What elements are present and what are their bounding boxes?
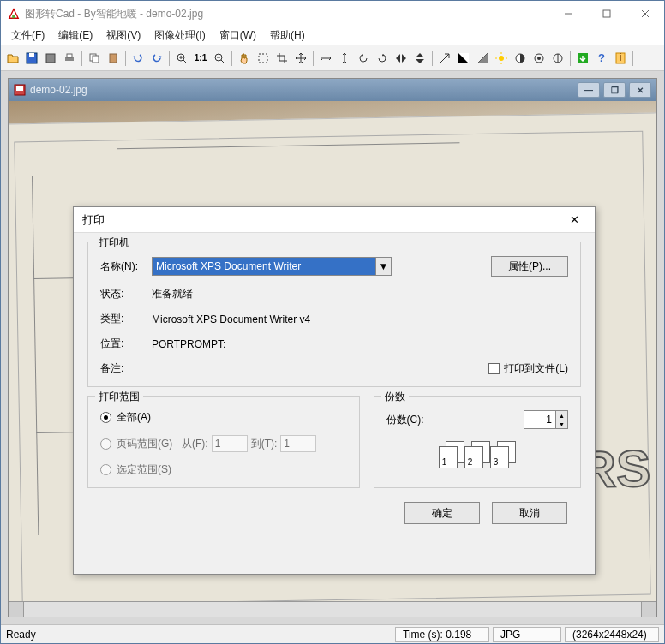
svg-point-24 [499,56,504,61]
mdi-client-area: demo-02.jpg — ❐ ✕ RS [1,71,664,624]
range-from-label: 从(F): [182,437,208,451]
printer-group: 打印机 名称(N): ▼ 属性(P)... 状态:准备就绪 类型:Microso… [87,242,581,387]
range-to-label: 到(T): [251,437,278,451]
zoom-in-icon[interactable] [173,50,190,67]
range-selection-label: 选定范围(S) [117,462,171,477]
copies-spinner[interactable]: ▲▼ [524,410,568,429]
grayscale-icon[interactable] [474,50,491,67]
resize-v-icon[interactable] [336,50,353,67]
range-from-input[interactable] [212,435,248,452]
window-close-button[interactable] [626,2,664,26]
menu-view[interactable]: 视图(V) [99,27,147,45]
type-label: 类型: [100,312,152,326]
child-minimize-button[interactable]: — [578,82,600,98]
combo-dropdown-button[interactable]: ▼ [376,257,392,276]
svg-text:i: i [620,51,622,63]
zoom-out-icon[interactable] [211,50,228,67]
range-all-label: 全部(A) [117,410,151,425]
print-icon[interactable] [61,50,78,67]
gamma-icon[interactable] [530,50,548,67]
range-to-input[interactable] [280,435,316,452]
flip-h-icon[interactable] [392,50,410,67]
hue-icon[interactable] [549,50,566,67]
print-range-label: 打印范围 [95,390,143,404]
window-titlebar: 图形转Cad - By智能地暖 - demo-02.jpg [1,1,664,27]
zoom-actual-icon[interactable]: 1:1 [192,50,209,67]
range-pages-radio[interactable] [100,438,111,450]
resize-h-icon[interactable] [317,50,334,67]
svg-rect-12 [110,54,117,63]
contrast-icon[interactable] [512,50,529,67]
spin-up-button[interactable]: ▲ [556,411,567,420]
printer-name-input[interactable] [152,257,376,276]
menu-window[interactable]: 窗口(W) [213,27,263,45]
open-icon[interactable] [4,50,21,67]
status-format: JPG [493,627,561,642]
image-file-icon [14,84,26,96]
child-maximize-button[interactable]: ❐ [603,82,626,98]
child-window-titlebar: demo-02.jpg — ❐ ✕ [9,79,656,101]
window-maximize-button[interactable] [587,2,626,26]
svg-rect-20 [259,54,267,63]
printer-group-label: 打印机 [95,236,133,250]
print-dialog-title: 打印 [82,212,562,228]
scroll-right-button[interactable] [641,602,656,617]
scroll-track[interactable] [24,602,641,617]
menu-edit[interactable]: 编辑(E) [51,27,99,45]
window-title: 图形转Cad - By智能地暖 - demo-02.jpg [25,7,548,21]
where-value: PORTPROMPT: [152,338,568,350]
menu-help[interactable]: 帮助(H) [263,27,312,45]
move-icon[interactable] [292,50,309,67]
rotate-left-icon[interactable] [355,50,372,67]
menu-bar: 文件(F) 编辑(E) 视图(V) 图像处理(I) 窗口(W) 帮助(H) [1,27,664,45]
print-dialog-titlebar: 打印 ✕ [74,207,595,233]
svg-rect-0 [12,15,15,19]
undo-icon[interactable] [129,50,147,67]
printer-name-combo[interactable]: ▼ [152,257,392,276]
svg-rect-9 [67,54,72,57]
range-selection-radio[interactable] [100,464,111,475]
range-all-radio[interactable] [100,412,111,423]
flip-v-icon[interactable] [411,50,428,67]
copies-label: 份数(C): [386,413,524,427]
properties-button[interactable]: 属性(P)... [491,256,568,277]
copies-group-label: 份数 [381,390,409,404]
copies-group: 份数 份数(C): ▲▼ 11 22 33 [374,396,582,488]
menu-file[interactable]: 文件(F) [4,27,51,45]
paste-icon[interactable] [105,50,122,67]
status-time: Time (s): 0.198 [395,627,489,642]
where-label: 位置: [100,337,152,351]
select-icon[interactable] [255,50,272,67]
info-icon[interactable]: i [612,50,629,67]
redo-icon[interactable] [148,50,165,67]
print-to-file-checkbox[interactable] [488,363,500,374]
copy-icon[interactable] [86,50,103,67]
save-icon[interactable] [23,50,40,67]
disk-icon[interactable] [42,50,59,67]
run-icon[interactable] [574,50,591,67]
brightness-icon[interactable] [493,50,510,67]
window-minimize-button[interactable] [548,2,587,26]
ok-button[interactable]: 确定 [404,502,480,524]
hand-icon[interactable] [236,50,253,67]
copies-input[interactable] [524,410,556,429]
menu-image[interactable]: 图像处理(I) [147,27,212,45]
crop-icon[interactable] [273,50,291,67]
spin-down-button[interactable]: ▼ [556,420,567,428]
svg-line-14 [183,60,187,63]
cancel-button[interactable]: 取消 [492,502,567,524]
status-bar: Ready Time (s): 0.198 JPG (3264x2448x24) [1,624,664,643]
svg-rect-37 [16,86,23,91]
svg-line-18 [221,60,225,63]
rotate-right-icon[interactable] [374,50,391,67]
print-dialog-close-button[interactable]: ✕ [562,210,586,230]
arrow-icon[interactable] [436,50,453,67]
svg-rect-7 [46,54,55,63]
app-icon [8,8,20,20]
scroll-left-button[interactable] [9,602,24,617]
help-icon[interactable]: ? [593,50,610,67]
comment-label: 备注: [100,361,152,376]
invert-icon[interactable] [455,50,472,67]
child-close-button[interactable]: ✕ [629,82,651,98]
child-window-title: demo-02.jpg [30,84,578,96]
